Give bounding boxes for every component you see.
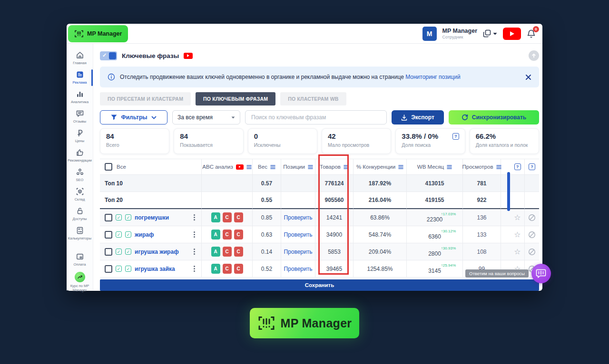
sidebar-item-ads[interactable]: Реклама bbox=[67, 68, 93, 87]
user-name: MP Manager bbox=[442, 28, 477, 34]
notification-badge: 0 bbox=[533, 26, 539, 32]
favorite-star-icon[interactable]: ☆ bbox=[514, 231, 521, 239]
row-mini-checkbox[interactable] bbox=[116, 249, 122, 255]
analytics-icon bbox=[76, 90, 84, 98]
sidebar-item-access[interactable]: Доступы bbox=[67, 204, 93, 224]
kebab-menu-icon[interactable] bbox=[194, 234, 195, 235]
chat-tooltip: Ответим на ваши вопросы bbox=[465, 269, 529, 278]
row-checkbox[interactable] bbox=[105, 248, 112, 256]
home-icon bbox=[76, 51, 84, 59]
kebab-menu-icon[interactable] bbox=[194, 217, 195, 218]
favorite-star-icon[interactable]: ☆ bbox=[514, 214, 521, 221]
favorite-star-icon[interactable]: ☆ bbox=[514, 248, 521, 256]
abc-badge: A bbox=[211, 247, 220, 257]
check-positions-link[interactable]: Проверить bbox=[284, 214, 312, 221]
row-mini-checkbox[interactable] bbox=[125, 266, 131, 272]
phrase-link[interactable]: погремушки bbox=[135, 214, 169, 221]
seo-icon bbox=[76, 168, 84, 176]
tab-presets-clusters[interactable]: ПО ПРЕСЕТАМ И КЛАСТЕРАМ bbox=[100, 92, 191, 105]
row-mini-checkbox[interactable] bbox=[125, 249, 131, 255]
check-positions-link[interactable]: Проверить bbox=[284, 231, 312, 238]
sidebar-item-prices[interactable]: Цены bbox=[67, 126, 93, 146]
stat-card-shown: 84 Показывается bbox=[174, 128, 243, 154]
export-button[interactable]: Экспорт bbox=[392, 110, 444, 125]
kebab-menu-icon[interactable] bbox=[194, 268, 195, 269]
chat-widget: Ответим на ваши вопросы bbox=[465, 264, 551, 283]
abc-badge: C bbox=[223, 212, 232, 222]
sidebar-item-seo[interactable]: SEO bbox=[67, 165, 93, 185]
search-input[interactable] bbox=[246, 114, 386, 121]
sort-icon[interactable] bbox=[308, 165, 313, 169]
app-logo[interactable]: MP Manager bbox=[68, 25, 128, 42]
row-mini-checkbox[interactable] bbox=[116, 266, 122, 272]
page-toggle[interactable] bbox=[100, 51, 117, 60]
reviews-icon bbox=[76, 109, 84, 118]
accounts-switcher[interactable] bbox=[483, 29, 497, 38]
table-header-row: Все ABC анализ Вес Позиции bbox=[100, 159, 539, 175]
phrase-link[interactable]: игрушка зайка bbox=[135, 266, 175, 272]
sidebar-item-course[interactable]: Курс по MP Manager bbox=[67, 269, 93, 298]
title-youtube-icon[interactable] bbox=[184, 53, 193, 59]
row-mini-checkbox[interactable] bbox=[116, 214, 122, 220]
sort-icon[interactable] bbox=[447, 165, 452, 169]
lock-icon bbox=[76, 207, 84, 215]
barcode-icon bbox=[74, 30, 84, 38]
weight-cell: 0.85 bbox=[253, 209, 281, 226]
table-row: жираф A C C 0.63 Проверить 34900 548.74%… bbox=[100, 226, 539, 243]
sidebar-item-analytics[interactable]: Аналитика bbox=[67, 87, 93, 107]
block-icon[interactable] bbox=[528, 231, 536, 239]
monitoring-link[interactable]: Мониторинг позиций bbox=[405, 74, 460, 80]
abc-badge: C bbox=[223, 264, 232, 274]
sort-icon[interactable] bbox=[246, 165, 252, 169]
sidebar-item-warehouse[interactable]: Склад bbox=[67, 185, 93, 204]
check-positions-link[interactable]: Проверить bbox=[284, 266, 312, 272]
stat-card-total: 84 Всего bbox=[100, 128, 169, 154]
weight-cell: 0.63 bbox=[253, 226, 281, 243]
sidebar-item-calculators[interactable]: Калькуляторы bbox=[67, 224, 93, 243]
abc-badge: C bbox=[234, 247, 243, 257]
select-all-checkbox[interactable] bbox=[105, 163, 112, 171]
row-checkbox[interactable] bbox=[105, 265, 112, 273]
help-icon[interactable] bbox=[452, 133, 459, 140]
stat-card-search-share: 33.8% / 0% Доля поиска bbox=[395, 128, 465, 154]
refresh-icon bbox=[462, 114, 468, 121]
sidebar-item-recommendations[interactable]: Рекомендации bbox=[67, 146, 93, 165]
block-icon[interactable] bbox=[528, 248, 536, 256]
row-mini-checkbox[interactable] bbox=[125, 214, 131, 220]
chevron-down-icon bbox=[151, 116, 157, 119]
help-icon[interactable] bbox=[514, 163, 521, 170]
tab-wb-clusters[interactable]: ПО КЛАСТЕРАМ WB bbox=[280, 92, 346, 105]
banner-close-icon[interactable] bbox=[525, 74, 531, 80]
period-select[interactable]: За все время bbox=[172, 110, 240, 125]
chevron-down-icon bbox=[493, 32, 497, 35]
filters-button[interactable]: Фильтры bbox=[100, 110, 167, 125]
sidebar-item-reviews[interactable]: Отзывы bbox=[67, 107, 93, 126]
footer-brand-name: MP Manager bbox=[281, 316, 352, 330]
check-positions-link[interactable]: Проверить bbox=[284, 249, 312, 255]
help-icon[interactable] bbox=[529, 163, 535, 170]
row-checkbox[interactable] bbox=[105, 214, 112, 221]
sort-icon[interactable] bbox=[398, 165, 403, 169]
block-icon[interactable] bbox=[528, 214, 536, 221]
youtube-button[interactable] bbox=[503, 28, 521, 40]
sync-button[interactable]: Синхронизировать bbox=[449, 110, 539, 125]
row-checkbox[interactable] bbox=[105, 231, 112, 239]
footer-brand-logo: MP Manager bbox=[250, 308, 359, 338]
sort-icon[interactable] bbox=[496, 165, 501, 169]
phrase-link[interactable]: жираф bbox=[135, 231, 154, 238]
phrase-link[interactable]: игрушка жираф bbox=[135, 249, 179, 255]
row-mini-checkbox[interactable] bbox=[116, 231, 122, 238]
notifications-button[interactable]: 0 bbox=[527, 29, 536, 38]
tab-key-phrases[interactable]: ПО КЛЮЧЕВЫМ ФРАЗАМ bbox=[196, 92, 275, 105]
row-mini-checkbox[interactable] bbox=[125, 231, 131, 238]
sidebar-item-home[interactable]: Главная bbox=[67, 48, 93, 68]
abc-youtube-icon[interactable] bbox=[236, 164, 244, 170]
sort-icon[interactable] bbox=[344, 165, 349, 169]
sidebar-item-payment[interactable]: Оплата bbox=[67, 250, 93, 269]
avatar[interactable]: M bbox=[422, 27, 437, 41]
chat-button[interactable] bbox=[531, 264, 551, 283]
kebab-menu-icon[interactable] bbox=[194, 251, 195, 252]
table-scrollbar-thumb[interactable] bbox=[507, 172, 510, 211]
sort-icon[interactable] bbox=[270, 165, 275, 169]
scroll-top-button[interactable] bbox=[529, 50, 539, 61]
